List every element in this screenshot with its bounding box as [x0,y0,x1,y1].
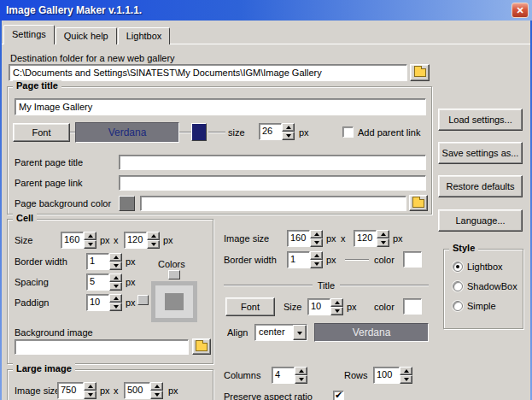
save-settings-button[interactable]: Save settings as... [438,142,523,164]
destination-browse-button[interactable] [410,64,430,81]
spinner-down-button[interactable] [310,260,323,268]
spinner-value[interactable]: 4 [272,367,295,384]
image-width-spinner[interactable]: 160 [287,230,323,247]
spinner-up-button[interactable] [109,294,122,303]
title-size-spinner[interactable]: 10 [307,298,343,315]
cell-height-spinner[interactable]: 120 [124,232,160,249]
spinner-value[interactable]: 10 [86,294,109,311]
spinner-up-button[interactable] [84,382,96,391]
spinner-value[interactable]: 120 [124,232,147,249]
tab-lightbox[interactable]: Lightbox [118,27,171,44]
preserve-aspect-label: Preserve aspect ratio [224,391,313,400]
spinner-up-button[interactable] [147,232,160,240]
cell-bg-browse-button[interactable] [192,338,211,355]
spinner-down-button[interactable] [109,282,122,291]
cell-border-color-swatch[interactable] [137,295,149,305]
rows-spinner[interactable]: 100 [373,367,412,384]
spinner-value[interactable]: 26 [259,123,282,140]
spinner-up-button[interactable] [377,230,389,238]
cell-border-width-spinner[interactable]: 1 [86,253,122,270]
spinner-value[interactable]: 1 [86,253,109,270]
radio-icon[interactable] [453,262,463,272]
columns-spinner[interactable]: 4 [272,367,307,384]
font-color-swatch[interactable] [191,123,207,141]
spinner-value[interactable]: 10 [307,298,330,315]
page-title-input[interactable] [15,98,426,115]
radio-shadowbox[interactable]: ShadowBox [453,281,517,291]
spinner-value[interactable]: 120 [354,230,377,247]
spinner-down-button[interactable] [109,262,122,270]
spinner-value[interactable]: 500 [124,382,150,399]
spinner-value[interactable]: 750 [57,382,84,399]
add-parent-link-checkbox[interactable] [342,126,354,138]
large-image-height-spinner[interactable]: 500 [124,382,163,399]
spinner-down-button[interactable] [310,238,323,247]
spinner-value[interactable]: 100 [373,367,400,384]
tab-quick-help[interactable]: Quick help [56,27,117,44]
radio-lightbox[interactable]: Lightbox [453,262,503,272]
spinner-up-button[interactable] [150,382,163,391]
titlebar[interactable]: Image Gallery Maker v.1.1.1. ✕ [0,0,532,21]
cell-spacing-color-swatch[interactable] [168,270,180,279]
cell-bg-image-input[interactable] [15,339,189,355]
spinner-up-button[interactable] [109,274,122,282]
parent-page-link-label: Parent page link [15,178,83,188]
load-settings-button[interactable]: Load settings... [438,109,523,131]
image-border-width-spinner[interactable]: 1 [287,251,323,268]
spinner-up-button[interactable] [310,230,323,238]
destination-input[interactable] [9,64,407,81]
parent-page-link-input[interactable] [119,175,426,191]
tab-settings[interactable]: Settings [3,25,55,44]
spinner-up-button[interactable] [109,253,122,262]
spinner-down-button[interactable] [330,307,343,315]
cell-spacing-spinner[interactable]: 5 [86,274,122,291]
image-border-color-swatch[interactable] [403,251,422,268]
radio-icon[interactable] [453,301,463,311]
spinner-down-button[interactable] [109,303,122,311]
spinner-up-button[interactable] [84,232,96,240]
spinner-down-button[interactable] [147,240,160,249]
page-bg-color-swatch[interactable] [119,196,135,211]
font-name-display: Verdana [75,122,179,143]
image-height-spinner[interactable]: 120 [354,230,389,247]
title-font-size-spinner[interactable]: 26 [259,123,295,140]
folder-icon [196,343,208,351]
divider-line [345,259,369,261]
page-bg-browse-button[interactable] [409,195,428,211]
radio-simple[interactable]: Simple [453,301,496,311]
spinner-value[interactable]: 5 [86,274,109,291]
spinner-value[interactable]: 160 [287,230,310,247]
spinner-down-button[interactable] [150,391,163,399]
spinner-down-button[interactable] [282,132,295,140]
title-font-button[interactable]: Font [225,297,275,316]
restore-defaults-button[interactable]: Restore defaults [438,175,523,197]
align-dropdown[interactable]: center [254,324,307,341]
large-image-width-spinner[interactable]: 750 [57,382,96,399]
spinner-up-button[interactable] [330,298,343,307]
spinner-up-button[interactable] [295,367,307,375]
language-button[interactable]: Language... [438,209,523,232]
cell-preview-diagram[interactable] [151,281,197,322]
title-color-swatch[interactable] [403,298,422,315]
spinner-down-button[interactable] [84,240,96,249]
spinner-down-button[interactable] [84,391,96,399]
spinner-down-button[interactable] [295,375,307,384]
spinner-up-button[interactable] [282,123,295,132]
spinner-value[interactable]: 160 [61,232,84,249]
cell-width-spinner[interactable]: 160 [61,232,96,249]
spinner-down-button[interactable] [400,375,412,384]
parent-page-title-label: Parent page title [15,157,83,168]
cell-inner-color-swatch[interactable] [165,293,184,310]
cell-padding-spinner[interactable]: 10 [86,294,122,311]
spinner-up-button[interactable] [310,251,323,260]
parent-page-title-input[interactable] [119,155,426,170]
radio-icon[interactable] [453,281,463,291]
chevron-down-icon[interactable] [293,325,307,340]
preserve-aspect-checkbox[interactable] [333,391,344,400]
spinner-down-button[interactable] [377,238,389,247]
page-bg-image-input[interactable] [140,196,406,211]
close-button[interactable]: ✕ [512,3,529,18]
spinner-up-button[interactable] [400,367,412,375]
font-button[interactable]: Font [13,123,70,142]
spinner-value[interactable]: 1 [287,251,310,268]
